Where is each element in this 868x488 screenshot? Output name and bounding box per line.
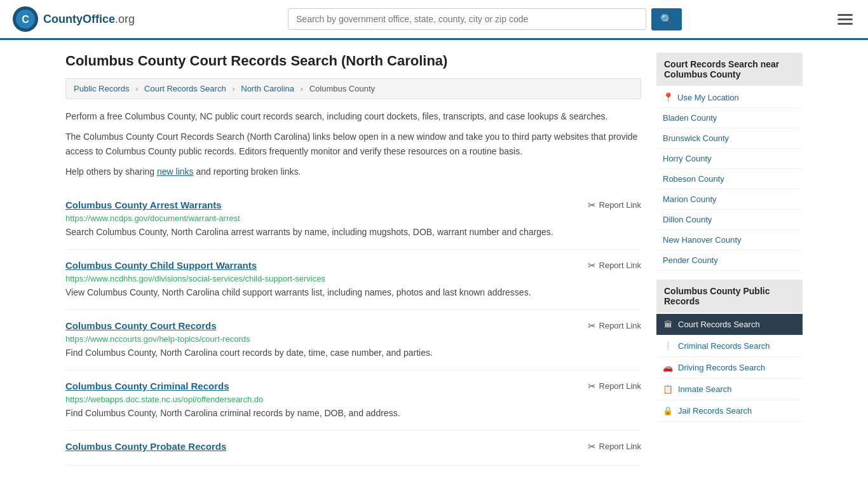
public-records-section-title: Columbus County Public Records [664,286,770,306]
search-button[interactable]: 🔍 [651,8,682,30]
report-link-btn-0[interactable]: ✂Report Link [588,200,641,211]
public-records-link-0[interactable]: 🏛Court Records Search [656,314,803,336]
public-records-link-3[interactable]: 📋Inmate Search [656,379,803,400]
record-header-1: Columbus County Child Support Warrants✂R… [65,260,641,271]
breadcrumb-public-records[interactable]: Public Records [74,84,129,93]
record-entry-1: Columbus County Child Support Warrants✂R… [65,250,641,310]
nearby-section-title: Court Records Search near Columbus Count… [664,59,779,79]
breadcrumb-court-records[interactable]: Court Records Search [144,84,226,93]
public-records-link-1[interactable]: ❕Criminal Records Search [656,336,803,357]
nearby-link-3[interactable]: Robeson County [656,169,803,189]
record-entry-0: Columbus County Arrest Warrants✂Report L… [65,189,641,250]
header: C CountyOffice.org 🔍 [0,0,868,40]
search-input[interactable] [288,8,646,30]
description-3: Help others by sharing new links and rep… [65,165,641,179]
public-records-link-2[interactable]: 🚗Driving Records Search [656,357,803,379]
record-url-0[interactable]: https://www.ncdps.gov/document/warrant-a… [65,214,641,223]
description-1: Perform a free Columbus County, NC publi… [65,109,641,123]
record-url-2[interactable]: https://www.nccourts.gov/help-topics/cou… [65,334,641,344]
logo-icon: C [13,6,38,32]
nearby-link-0[interactable]: Bladen County [656,108,803,128]
record-entry-2: Columbus County Court Records✂Report Lin… [65,310,641,370]
pr-icon-0: 🏛 [663,320,673,329]
breadcrumb: Public Records › Court Records Search › … [65,78,641,99]
desc-3-post: and reporting broken links. [194,166,301,177]
new-links-link[interactable]: new links [157,166,194,177]
description-2: The Columbus County Court Records Search… [65,130,641,158]
menu-bar-1 [837,14,853,16]
record-url-3[interactable]: https://webapps.doc.state.nc.us/opi/offe… [65,395,641,404]
record-desc-1: View Columbus County, North Carolina chi… [65,286,641,299]
menu-button[interactable] [835,11,855,27]
nearby-link-1[interactable]: Brunswick County [656,128,803,149]
record-header-4: Columbus County Probate Records✂Report L… [65,441,641,452]
nearby-link-4[interactable]: Marion County [656,189,803,210]
sidebar-separator [656,271,803,280]
pr-label-0: Court Records Search [678,320,760,329]
nearby-link-7[interactable]: Pender County [656,250,803,271]
location-icon: 📍 [663,92,674,102]
nearby-link-5[interactable]: Dillon County [656,210,803,230]
record-desc-0: Search Columbus County, North Carolina a… [65,226,641,239]
record-header-0: Columbus County Arrest Warrants✂Report L… [65,200,641,211]
report-icon-0: ✂ [588,200,596,211]
pr-label-4: Jail Records Search [678,406,752,416]
records-list: Columbus County Arrest Warrants✂Report L… [65,189,641,466]
report-icon-2: ✂ [588,320,596,332]
nearby-link-2[interactable]: Horry County [656,149,803,169]
report-link-btn-1[interactable]: ✂Report Link [588,260,641,271]
record-url-1[interactable]: https://www.ncdhhs.gov/divisions/social-… [65,274,641,283]
menu-bar-3 [837,23,853,25]
desc-3-pre: Help others by sharing [65,166,157,177]
record-entry-3: Columbus County Criminal Records✂Report … [65,370,641,431]
record-header-3: Columbus County Criminal Records✂Report … [65,381,641,392]
report-link-btn-2[interactable]: ✂Report Link [588,320,641,332]
logo-area: C CountyOffice.org [13,6,135,32]
breadcrumb-north-carolina[interactable]: North Carolina [241,84,294,93]
sidebar: Court Records Search near Columbus Count… [656,53,803,466]
search-area: 🔍 [288,8,682,30]
record-title-2[interactable]: Columbus County Court Records [65,320,217,331]
public-records-links-list: 🏛Court Records Search❕Criminal Records S… [656,314,803,422]
report-link-btn-4[interactable]: ✂Report Link [588,441,641,452]
report-label-1: Report Link [599,261,641,270]
svg-text:C: C [22,14,29,25]
public-records-link-4[interactable]: 🔒Jail Records Search [656,400,803,422]
breadcrumb-columbus-county: Columbus County [309,84,375,93]
report-label-3: Report Link [599,381,641,391]
record-desc-3: Find Columbus County, North Carolina cri… [65,407,641,420]
report-label-4: Report Link [599,442,641,451]
nearby-links-list: Bladen CountyBrunswick CountyHorry Count… [656,108,803,271]
report-label-2: Report Link [599,321,641,330]
pr-label-3: Inmate Search [678,384,732,394]
record-desc-2: Find Columbus County, North Carolina cou… [65,346,641,360]
pr-icon-1: ❕ [663,341,673,351]
public-records-section-header: Columbus County Public Records [656,280,803,313]
pr-icon-3: 📋 [663,384,673,394]
use-location-label: Use My Location [677,93,739,102]
record-title-3[interactable]: Columbus County Criminal Records [65,381,229,391]
breadcrumb-sep-1: › [135,84,138,93]
pr-icon-4: 🔒 [663,406,673,416]
report-link-btn-3[interactable]: ✂Report Link [588,381,641,392]
record-title-1[interactable]: Columbus County Child Support Warrants [65,260,257,271]
use-my-location[interactable]: 📍 Use My Location [656,87,803,108]
report-label-0: Report Link [599,200,641,210]
page-title: Columbus County Court Records Search (No… [65,53,641,69]
nearby-section-header: Court Records Search near Columbus Count… [656,53,803,86]
record-header-2: Columbus County Court Records✂Report Lin… [65,320,641,332]
report-icon-1: ✂ [588,260,596,271]
nearby-link-6[interactable]: New Hanover County [656,230,803,250]
record-title-0[interactable]: Columbus County Arrest Warrants [65,200,222,210]
record-title-4[interactable]: Columbus County Probate Records [65,441,226,452]
pr-label-1: Criminal Records Search [678,341,770,351]
pr-icon-2: 🚗 [663,363,673,372]
main-container: Columbus County Court Records Search (No… [53,40,815,478]
pr-label-2: Driving Records Search [678,363,765,372]
report-icon-3: ✂ [588,381,596,392]
breadcrumb-sep-2: › [232,84,234,93]
record-entry-4: Columbus County Probate Records✂Report L… [65,431,641,466]
report-icon-4: ✂ [588,441,596,452]
search-icon: 🔍 [660,14,673,25]
content-area: Columbus County Court Records Search (No… [65,53,641,466]
